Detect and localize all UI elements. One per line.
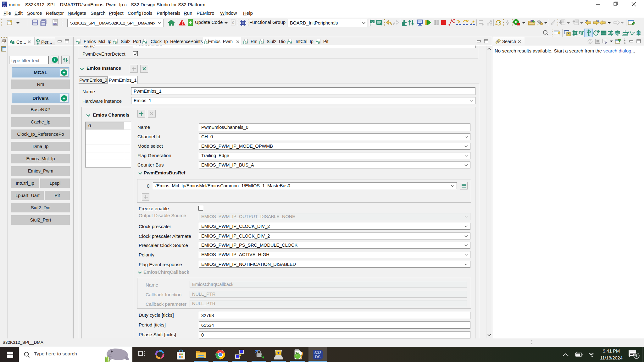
svg-text:DS: DS (3, 4, 6, 7)
svg-text:C: C (232, 21, 234, 25)
svg-text:T: T (277, 351, 280, 355)
svg-text:c: c (291, 41, 292, 43)
svg-text:1: 1 (635, 354, 637, 358)
svg-text:c: c (146, 41, 147, 43)
svg-text:c: c (247, 41, 248, 43)
svg-text:DS: DS (315, 355, 320, 359)
svg-text:010: 010 (54, 23, 57, 25)
svg-text:c: c (319, 41, 320, 43)
svg-text:c: c (263, 41, 264, 43)
svg-text:c: c (79, 41, 80, 43)
svg-text:c: c (116, 41, 118, 43)
svg-text:S32: S32 (314, 351, 321, 355)
svg-text:C: C (568, 33, 570, 36)
